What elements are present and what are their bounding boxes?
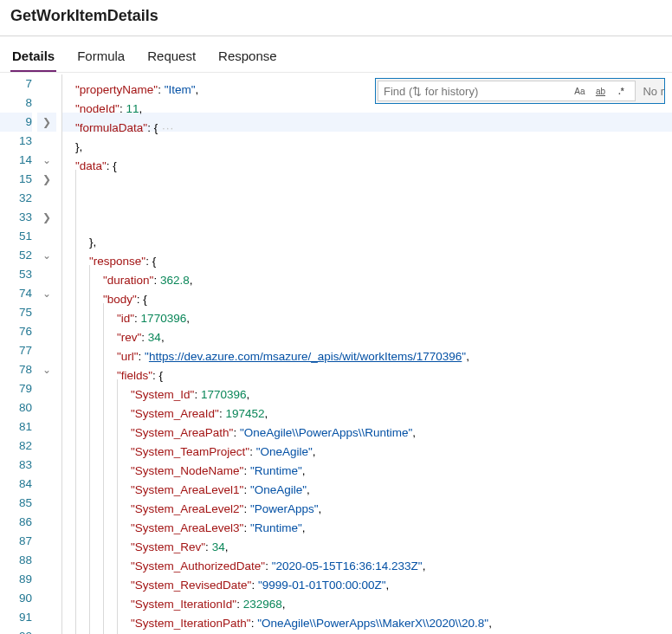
fold-gutter: ❯⌄❯❯⌄⌄⌄ [37,73,56,634]
tab-response[interactable]: Response [216,43,279,73]
fold-spacer [37,341,56,360]
line-number: 75 [0,303,32,322]
token: : { [107,159,117,172]
line-number: 89 [0,570,32,589]
line-number: 91 [0,608,32,627]
token: , [195,83,198,96]
token: , [190,274,193,287]
line-number: 78 [0,360,32,379]
fold-expanded-icon[interactable]: ⌄ [37,151,56,170]
fold-spacer [37,475,56,494]
line-number: 77 [0,341,32,360]
fold-spacer [37,608,56,627]
fold-spacer [37,189,56,208]
line-number: 13 [0,132,32,151]
token: , [488,617,492,630]
code-line: "System_AuthorizedDate": "2020-05-15T16:… [61,551,672,570]
code-line: "System_Rev": 34, [61,532,672,551]
code-line: "body": { [61,284,672,303]
code-line: "duration": 362.8, [61,265,672,284]
code-line: }, [61,227,672,246]
code-line: "formulaData": { ··· [61,113,672,132]
fold-spacer [37,132,56,151]
fold-spacer [37,322,56,341]
tab-request[interactable]: Request [145,43,197,73]
line-number: 7 [0,74,32,94]
fold-spacer [37,379,56,398]
line-number: 85 [0,494,32,513]
fold-collapsed-icon[interactable]: ❯ [37,170,56,189]
code-line: "response": { [61,246,672,265]
match-case-icon[interactable]: Aa [570,81,589,100]
tab-formula[interactable]: Formula [75,43,126,73]
line-number: 33 [0,208,32,227]
code-line: "rev": 34, [61,322,672,341]
code-line [61,208,672,227]
line-number: 81 [0,417,32,437]
code-line: "System_Id": 1770396, [61,379,672,398]
line-number: 92 [0,627,32,634]
token: , [423,560,426,573]
token: : [158,83,165,96]
fold-spacer [37,532,56,551]
code-line: "fields": { [61,360,672,379]
code-line: "url": "https://dev.azure.com/msazure/_a… [61,341,672,360]
fold-expanded-icon[interactable]: ⌄ [37,246,56,265]
fold-collapsed-icon[interactable]: ❯ [37,113,56,132]
token: 362.8 [160,274,190,287]
fold-spacer [37,494,56,513]
line-number: 53 [0,265,32,284]
token: , [186,312,190,325]
fold-spacer [37,398,56,417]
code-line: "System_NodeName": "Runtime", [61,456,672,475]
tab-bar: DetailsFormulaRequestResponse [0,36,672,73]
line-number: 83 [0,456,32,475]
fold-spacer [37,570,56,589]
fold-expanded-icon[interactable]: ⌄ [37,284,56,303]
page-title: GetWorkItemDetails [10,7,662,25]
line-number: 8 [0,94,32,113]
line-number: 87 [0,532,32,551]
tab-details[interactable]: Details [10,43,56,73]
find-widget: Aa ab .* No r [375,78,665,104]
code-line: "id": 1770396, [61,303,672,322]
code-content: "propertyName": "Item","nodeId": 11,"for… [56,73,672,634]
token: ··· [158,121,174,134]
fold-spacer [37,456,56,475]
code-editor[interactable]: 7891314153233515253747576777879808182838… [0,73,672,634]
code-line: "data": { [61,151,672,170]
code-line: "System_AreaPath": "OneAgile\\PowerApps\… [61,417,672,437]
regex-icon[interactable]: .* [611,81,630,100]
line-number: 88 [0,551,32,570]
line-number: 9 [0,113,32,132]
line-number: 32 [0,189,32,208]
fold-spacer [37,551,56,570]
line-number: 90 [0,589,32,608]
fold-expanded-icon[interactable]: ⌄ [37,360,56,379]
token: : [153,274,160,287]
fold-spacer [37,437,56,456]
line-number: 80 [0,398,32,417]
match-word-icon[interactable]: ab [591,81,610,100]
fold-spacer [37,265,56,284]
line-number: 52 [0,246,32,265]
token: "Runtime" [250,521,302,534]
fold-spacer [37,417,56,437]
code-line [61,189,672,208]
find-results-label: No r [643,85,664,98]
fold-collapsed-icon[interactable]: ❯ [37,208,56,227]
code-line: "System_TeamProject": "OneAgile", [61,437,672,456]
header: GetWorkItemDetails [0,0,672,30]
fold-spacer [37,94,56,113]
line-number-gutter: 7891314153233515253747576777879808182838… [0,73,37,634]
fold-spacer [37,513,56,532]
code-line: "System_AreaId": 197452, [61,398,672,417]
find-input[interactable] [382,84,569,99]
code-line [61,170,672,189]
token: , [466,350,469,363]
line-number: 15 [0,170,32,189]
token: "Item" [165,83,196,96]
code-line: }, [61,132,672,151]
line-number: 76 [0,322,32,341]
code-line: "System_AreaLevel1": "OneAgile", [61,475,672,494]
